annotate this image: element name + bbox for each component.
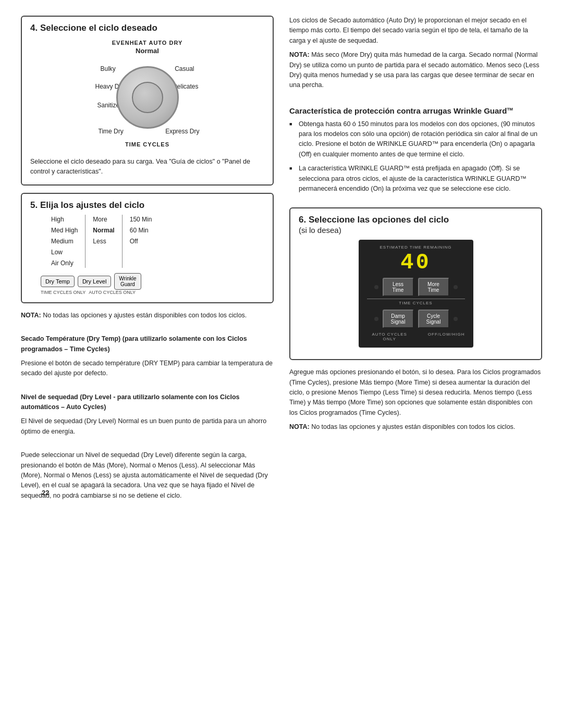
section4-title: 4. Seleccione el ciclo deseado (30, 23, 264, 33)
wrinkle-guard-heading-text: Característica de protección contra arru… (289, 106, 507, 115)
options-display-panel: ESTIMATED TIME REMAINING 40 LessTime Mor… (359, 240, 473, 348)
cycle-signal-wrapper: CycleSignal (418, 310, 458, 328)
section4-box: 4. Seleccione el ciclo deseado EVENHEAT … (21, 16, 274, 186)
dry-level-heading: Nivel de sequedad (Dry Level - para util… (21, 392, 274, 413)
wrinkle-bullet-1: Obtenga hasta 60 ó 150 minutos para los … (289, 119, 542, 160)
left-note1: NOTA: No todas las opciones y ajustes es… (21, 311, 274, 325)
wrinkle-guard-heading: Característica de protección contra arru… (289, 106, 542, 115)
dry-level-section2: Puede seleccionar un Nivel de sequedad (… (21, 450, 274, 505)
dry-level-less: Less (93, 237, 114, 246)
wrinkle-bullet-2: La característica WRINKLE GUARD™ está pr… (289, 164, 542, 194)
section5-heading: Elija los ajustes del ciclo (40, 200, 144, 210)
more-time-wrapper: MoreTime (418, 278, 458, 297)
right-note3-text: Agregue más opciones presionando el botó… (289, 367, 542, 418)
dial-circle[interactable] (116, 66, 179, 129)
dial-bottom-label: TIME CYCLES (125, 141, 169, 147)
dry-temp-col: High Med High Medium Low Air Only (30, 215, 83, 268)
dial-casual-label: Casual (175, 65, 194, 72)
dial-timedry-label: Time Dry (99, 128, 124, 135)
damp-signal-wrapper: DampSignal (374, 310, 414, 328)
section5-number: 5. (30, 200, 38, 210)
left-note1-bold: NOTA: (21, 312, 41, 319)
section4-heading: Seleccione el ciclo deseado (40, 23, 157, 33)
section5-box: 5. Elija los ajustes del ciclo High Med … (21, 193, 274, 303)
dry-temp-high: High (51, 215, 78, 224)
dial-sanitize-label: Sanitize (97, 102, 120, 109)
less-time-wrapper: LessTime (374, 278, 414, 297)
damp-signal-dot (374, 317, 378, 321)
section6-subtitle: (si lo desea) (299, 226, 341, 235)
damp-signal-button[interactable]: DampSignal (383, 310, 414, 328)
section6-number: 6. (299, 215, 306, 225)
wrinkle-guard-button[interactable]: WrinkleGuard (114, 273, 141, 290)
right-note2-bold: NOTA: (289, 51, 310, 58)
section5-title: 5. Elija los ajustes del ciclo (30, 200, 264, 211)
right-note1: Los ciclos de Secado automático (Auto Dr… (289, 16, 542, 95)
dry-temp-low: Low (51, 248, 78, 257)
wrinkle-guard-bullets: Obtenga hasta 60 ó 150 minutos para los … (289, 119, 542, 194)
wrinkle-guard-section: Característica de protección contra arru… (289, 104, 542, 199)
dry-temp-medhigh: Med High (51, 226, 78, 235)
less-time-dot (374, 285, 378, 289)
adj-columns: High Med High Medium Low Air Only More N… (30, 215, 264, 268)
right-note2-body: Más seco (More Dry) quita más humedad de… (289, 51, 539, 89)
right-note4-text: NOTA: No todas las opciones y ajustes es… (289, 422, 542, 432)
more-time-button[interactable]: MoreTime (418, 278, 449, 297)
wrinkle-off: Off (130, 237, 152, 246)
sublabel-autocycles: AUTO CYCLES ONLY (89, 290, 136, 295)
right-note3: Agregue más opciones presionando el botó… (289, 367, 542, 436)
dry-level-col: More Normal Less (88, 215, 119, 268)
section4-number: 4. (30, 23, 38, 33)
dry-level-button[interactable]: Dry Level (78, 276, 111, 287)
dial-container: EVENHEAT AUTO DRY Normal Bulky Casual He… (30, 38, 264, 152)
right-note2-text: NOTA: Más seco (More Dry) quita más hume… (289, 50, 542, 91)
right-note4-body: No todas las opciones y ajustes están di… (310, 423, 516, 430)
wrinkle-col: 150 Min 60 Min Off (125, 215, 157, 268)
dial-top-label: EVENHEAT AUTO DRY (112, 40, 183, 46)
dry-temp-section: Secado Température (Dry Temp) (para util… (21, 334, 274, 383)
dial-inner-circle (132, 82, 163, 113)
dial-normal-label: Normal (136, 47, 159, 55)
cycle-signal-dot (454, 317, 458, 321)
section4-description: Seleccione el ciclo deseado para su carg… (30, 157, 264, 177)
options-time-buttons-row: LessTime MoreTime (374, 278, 458, 297)
options-timer-display: 40 (400, 252, 431, 274)
dry-temp-body: Presione el botón de secado température … (21, 359, 274, 379)
section6-box: 6. Seleccione las opciones del ciclo (si… (289, 207, 542, 360)
right-note1-text: Los ciclos de Secado automático (Auto Dr… (289, 16, 542, 46)
dry-level-body: El Nivel de sequedad (Dry Level) Normal … (21, 416, 274, 437)
left-note1-text: NOTA: No todas las opciones y ajustes es… (21, 311, 274, 320)
more-time-dot (454, 285, 458, 289)
options-autocycles-label: AUTO CYCLES ONLY (367, 332, 412, 341)
cycle-signal-button[interactable]: CycleSignal (418, 310, 449, 328)
less-time-button[interactable]: LessTime (383, 278, 414, 297)
section6-title: 6. Seleccione las opciones del ciclo (si… (299, 215, 533, 236)
dial-bulky-label: Bulky (101, 65, 116, 72)
wrinkle-150min: 150 Min (130, 215, 152, 224)
sublabel-timecycles: TIME CYCLES ONLY (41, 290, 85, 295)
options-offlowhi-label: OFF/LOW/HIGH (428, 332, 465, 341)
left-note1-body: No todas las opciones y ajustes están di… (41, 312, 247, 319)
options-signal-buttons-row: DampSignal CycleSignal (374, 310, 458, 328)
right-note4-bold: NOTA: (289, 423, 310, 430)
dry-temp-medium: Medium (51, 237, 78, 246)
dry-temp-heading: Secado Température (Dry Temp) (para util… (21, 334, 274, 354)
wrinkle-60min: 60 Min (130, 226, 152, 235)
dry-level-normal: Normal (93, 226, 114, 235)
wrinkle-tm-sup: TM (507, 107, 513, 112)
options-timecycles-label: TIME CYCLES (367, 299, 465, 305)
adj-buttons: Dry Temp Dry Level WrinkleGuard (30, 273, 264, 290)
dial-expressdry-label: Express Dry (165, 128, 199, 135)
dry-level-body2: Puede seleccionar un Nivel de sequedad (… (21, 450, 274, 501)
dry-temp-aironly: Air Only (51, 258, 78, 268)
section6-heading: Seleccione las opciones del ciclo (309, 215, 449, 225)
page-number: 22 (42, 489, 49, 497)
dry-temp-button[interactable]: Dry Temp (41, 276, 75, 287)
sublabel-empty (139, 290, 167, 295)
dial-area: Bulky Casual Heavy Duty Delicates Saniti… (95, 56, 200, 139)
dry-level-more: More (93, 215, 114, 224)
options-est-label: ESTIMATED TIME REMAINING (380, 245, 452, 250)
dry-level-section: Nivel de sequedad (Dry Level - para util… (21, 392, 274, 441)
adj-sublabels: TIME CYCLES ONLY AUTO CYCLES ONLY (30, 290, 264, 295)
